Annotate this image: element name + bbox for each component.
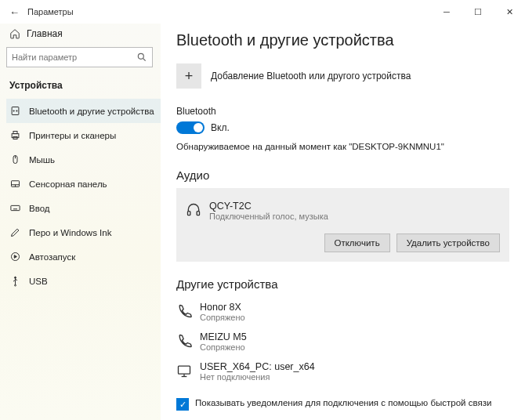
sidebar-item-label: Принтеры и сканеры xyxy=(29,131,116,140)
audio-section-title: Аудио xyxy=(176,168,509,182)
audio-device-status: Подключенный голос, музыка xyxy=(209,212,500,221)
page-title: Bluetooth и другие устройства xyxy=(176,31,509,49)
sidebar-item-label: Перо и Windows Ink xyxy=(29,228,111,237)
device-status: Сопряжено xyxy=(200,313,509,322)
swift-pair-checkbox-row[interactable]: ✓ Показывать уведомления для подключения… xyxy=(176,397,509,411)
home-link[interactable]: Главная xyxy=(6,24,161,47)
bluetooth-toggle[interactable] xyxy=(176,121,205,134)
svg-rect-23 xyxy=(179,366,190,374)
touchpad-icon xyxy=(9,178,21,190)
minimize-button[interactable]: ─ xyxy=(431,0,462,24)
titlebar: ← Параметры ─ ☐ ✕ xyxy=(0,0,525,24)
swift-pair-label: Показывать уведомления для подключения с… xyxy=(195,397,491,409)
svg-point-3 xyxy=(13,110,14,111)
device-status: Нет подключения xyxy=(200,372,509,382)
phone-icon xyxy=(176,303,192,319)
bluetooth-label: Bluetooth xyxy=(176,106,509,117)
back-button[interactable]: ← xyxy=(9,6,20,18)
sidebar-item-label: Ввод xyxy=(29,204,50,213)
svg-rect-6 xyxy=(13,132,17,134)
maximize-button[interactable]: ☐ xyxy=(462,0,494,24)
headphones-icon xyxy=(186,202,201,218)
device-name: Honor 8X xyxy=(200,302,509,313)
svg-rect-21 xyxy=(188,212,190,215)
other-device-row[interactable]: Honor 8X Сопряжено xyxy=(176,297,509,327)
audio-device-name: QCY-T2C xyxy=(209,201,500,212)
home-label: Главная xyxy=(27,28,63,39)
svg-rect-13 xyxy=(11,205,20,210)
search-box[interactable] xyxy=(6,47,153,67)
search-input[interactable] xyxy=(12,52,136,62)
sidebar-item-pen[interactable]: Перо и Windows Ink xyxy=(6,220,161,244)
keyboard-icon xyxy=(9,202,21,214)
remove-device-button[interactable]: Удалить устройство xyxy=(396,234,500,252)
svg-point-4 xyxy=(16,110,17,111)
svg-point-20 xyxy=(15,284,16,286)
svg-rect-5 xyxy=(12,134,19,138)
add-device-button[interactable]: + Добавление Bluetooth или другого устро… xyxy=(176,63,509,89)
printer-icon xyxy=(9,129,21,141)
mouse-icon xyxy=(9,154,21,165)
device-status: Сопряжено xyxy=(200,342,509,352)
window-title: Параметры xyxy=(27,7,74,16)
add-device-label: Добавление Bluetooth или другого устройс… xyxy=(211,71,411,81)
content: Bluetooth и другие устройства + Добавлен… xyxy=(161,24,525,420)
device-name: MEIZU M5 xyxy=(200,331,509,342)
svg-rect-2 xyxy=(12,107,19,115)
sidebar-item-autoplay[interactable]: Автозапуск xyxy=(6,244,161,269)
sidebar-item-label: Сенсорная панель xyxy=(29,179,107,189)
discoverable-text: Обнаруживаемое на данный момент как "DES… xyxy=(176,142,509,151)
sidebar-item-bluetooth[interactable]: Bluetooth и другие устройства xyxy=(6,99,161,123)
home-icon xyxy=(9,28,20,39)
bluetooth-toggle-state: Вкл. xyxy=(211,122,230,133)
svg-rect-22 xyxy=(197,212,199,215)
disconnect-button[interactable]: Отключить xyxy=(324,234,390,252)
sidebar-section-title: Устройства xyxy=(6,77,161,99)
sidebar-item-label: Bluetooth и другие устройства xyxy=(29,107,154,116)
sidebar-item-usb[interactable]: USB xyxy=(6,269,161,293)
svg-line-1 xyxy=(143,59,146,61)
checkbox-checked-icon[interactable]: ✓ xyxy=(176,398,189,411)
sidebar-item-mouse[interactable]: Мышь xyxy=(6,147,161,172)
sidebar-item-label: Автозапуск xyxy=(29,252,75,262)
sidebar-item-label: Мышь xyxy=(29,155,55,165)
plus-icon: + xyxy=(176,63,201,89)
search-icon xyxy=(136,52,147,63)
pen-icon xyxy=(9,226,21,238)
autoplay-icon xyxy=(9,251,21,262)
phone-icon xyxy=(176,333,192,349)
sidebar-item-label: USB xyxy=(29,277,48,286)
other-device-row[interactable]: USER_X64_PC: user_x64 Нет подключения xyxy=(176,357,509,386)
bluetooth-icon xyxy=(9,105,21,117)
close-button[interactable]: ✕ xyxy=(494,0,525,24)
device-name: USER_X64_PC: user_x64 xyxy=(200,361,509,372)
monitor-icon xyxy=(176,363,192,378)
sidebar-item-touchpad[interactable]: Сенсорная панель xyxy=(6,172,161,196)
sidebar-item-typing[interactable]: Ввод xyxy=(6,196,161,220)
other-devices-title: Другие устройства xyxy=(176,277,509,291)
audio-device-card[interactable]: QCY-T2C Подключенный голос, музыка Отклю… xyxy=(176,188,509,262)
usb-icon xyxy=(9,275,21,287)
other-device-row[interactable]: MEIZU M5 Сопряжено xyxy=(176,327,509,357)
sidebar: Главная Устройства Bluetooth и другие ус… xyxy=(0,24,161,420)
svg-point-0 xyxy=(138,53,143,59)
sidebar-item-printers[interactable]: Принтеры и сканеры xyxy=(6,123,161,147)
